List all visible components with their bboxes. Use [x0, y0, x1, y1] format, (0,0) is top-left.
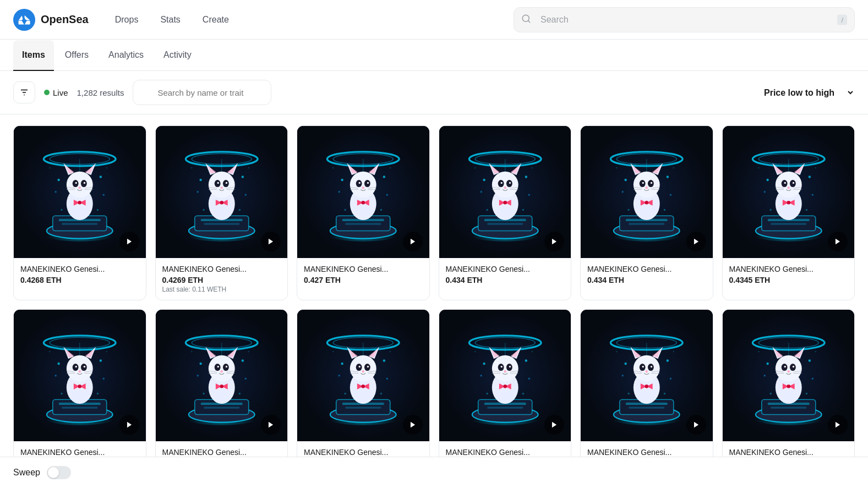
- card-last-sale: Last sale: 0.11 WETH: [162, 286, 281, 293]
- svg-point-21: [67, 172, 93, 198]
- svg-point-159: [486, 209, 488, 211]
- svg-point-302: [225, 365, 227, 367]
- svg-point-388: [503, 385, 507, 388]
- play-button[interactable]: [261, 232, 281, 251]
- svg-point-450: [775, 355, 801, 381]
- play-button[interactable]: [403, 415, 423, 435]
- name-trait-search-input[interactable]: [133, 80, 271, 105]
- svg-point-473: [758, 351, 759, 352]
- play-button[interactable]: [544, 232, 564, 251]
- nft-card[interactable]: MANEKINEKO Genesi... 0.427 ETH: [297, 125, 430, 300]
- svg-point-341: [367, 365, 369, 367]
- play-button[interactable]: [828, 415, 848, 435]
- svg-point-312: [196, 375, 198, 376]
- svg-point-395: [474, 351, 476, 352]
- filter-button[interactable]: [13, 81, 35, 103]
- svg-point-278: [49, 351, 50, 352]
- svg-point-60: [208, 172, 234, 198]
- svg-point-41: [103, 194, 105, 196]
- card-info: MANEKINEKO Genesi... 0.4268 ETH: [14, 258, 146, 291]
- search-input[interactable]: [514, 7, 855, 32]
- svg-point-123: [390, 167, 391, 168]
- global-search-bar: /: [514, 7, 855, 32]
- nav-stats[interactable]: Stats: [151, 10, 189, 29]
- tab-analytics[interactable]: Analytics: [100, 40, 152, 71]
- name-search-wrap: [133, 80, 742, 105]
- sweep-toggle[interactable]: [47, 466, 71, 479]
- svg-point-81: [203, 209, 204, 211]
- play-button[interactable]: [261, 415, 281, 435]
- play-button[interactable]: [119, 415, 139, 435]
- svg-point-466: [787, 385, 790, 388]
- svg-point-0: [13, 9, 35, 31]
- card-name: MANEKINEKO Genesi...: [20, 448, 139, 457]
- svg-point-340: [359, 365, 361, 367]
- svg-point-457: [784, 365, 785, 367]
- svg-point-154: [503, 201, 507, 205]
- svg-point-350: [341, 362, 343, 364]
- play-button[interactable]: [403, 232, 423, 251]
- logo-link[interactable]: OpenSea: [13, 9, 89, 31]
- svg-marker-475: [836, 422, 840, 428]
- card-image: [156, 310, 288, 442]
- nav-create[interactable]: Create: [194, 10, 238, 29]
- tab-activity[interactable]: Activity: [155, 40, 200, 71]
- results-count: 1,282 results: [77, 88, 124, 97]
- svg-point-43: [97, 209, 99, 211]
- card-name: MANEKINEKO Genesi...: [162, 265, 281, 273]
- filter-icon: [19, 87, 29, 97]
- svg-point-380: [509, 365, 510, 367]
- card-info: MANEKINEKO Genesi... 0.4269 ETH Last sal…: [156, 258, 288, 300]
- svg-point-275: [103, 377, 105, 379]
- play-button[interactable]: [686, 232, 706, 251]
- tabs-row: Items Offers Analytics Activity: [0, 40, 868, 71]
- play-button[interactable]: [119, 232, 139, 251]
- svg-point-225: [787, 187, 789, 189]
- nft-card[interactable]: MANEKINEKO Genesi... 0.434 ETH: [439, 125, 572, 300]
- card-image: [297, 126, 429, 258]
- svg-point-459: [787, 370, 789, 372]
- play-button[interactable]: [544, 415, 564, 435]
- svg-point-353: [386, 377, 388, 379]
- nft-card[interactable]: MANEKINEKO Genesi... 0.4268 ETH: [13, 125, 146, 300]
- svg-point-419: [651, 365, 652, 367]
- nft-card[interactable]: MANEKINEKO Genesi... 0.439 ETH: [580, 309, 713, 475]
- svg-point-200: [616, 167, 617, 168]
- tab-offers[interactable]: Offers: [56, 40, 97, 71]
- svg-point-106: [359, 182, 361, 184]
- svg-rect-135: [487, 223, 523, 224]
- nft-card[interactable]: MANEKINEKO Genesi... 0.434 ETH: [580, 125, 713, 300]
- svg-point-120: [344, 209, 346, 211]
- play-button[interactable]: [828, 232, 848, 251]
- nft-card[interactable]: MANEKINEKO Genesi... 0.4269 ETH Last sal…: [155, 125, 288, 300]
- nft-card[interactable]: MANEKINEKO Genesi... 0.436 ETH: [155, 309, 288, 475]
- nft-card[interactable]: MANEKINEKO Genesi... 0.438 ETH: [439, 309, 572, 475]
- tab-items[interactable]: Items: [13, 40, 54, 71]
- card-image: [439, 310, 571, 442]
- svg-rect-252: [62, 407, 97, 408]
- play-icon: [834, 238, 842, 245]
- svg-point-42: [61, 209, 62, 211]
- sort-dropdown[interactable]: Price low to high Price high to low Rece…: [751, 82, 855, 103]
- svg-point-394: [522, 392, 523, 394]
- card-price: 0.427 ETH: [304, 276, 423, 284]
- live-badge: Live: [44, 88, 68, 97]
- play-button[interactable]: [686, 415, 706, 435]
- svg-point-315: [203, 392, 204, 394]
- svg-point-411: [634, 355, 660, 381]
- svg-point-196: [667, 176, 669, 178]
- svg-point-262: [75, 365, 77, 367]
- nft-card[interactable]: MANEKINEKO Genesi... 0.4345 ETH: [722, 125, 855, 300]
- card-image: [156, 126, 288, 258]
- nft-card[interactable]: MANEKINEKO Genesi... 0.435 ETH: [13, 309, 146, 475]
- svg-rect-369: [487, 407, 523, 408]
- svg-point-396: [531, 351, 532, 352]
- search-slash-badge: /: [837, 14, 847, 25]
- svg-point-433: [664, 392, 665, 394]
- svg-point-67: [217, 182, 219, 184]
- nft-card[interactable]: MANEKINEKO Genesi... 0.437 ETH: [297, 309, 430, 475]
- nav-drops[interactable]: Drops: [106, 10, 148, 29]
- svg-point-68: [225, 182, 227, 184]
- nft-card[interactable]: MANEKINEKO Genesi... 0.440 ETH: [722, 309, 855, 475]
- card-name: MANEKINEKO Genesi...: [304, 265, 423, 273]
